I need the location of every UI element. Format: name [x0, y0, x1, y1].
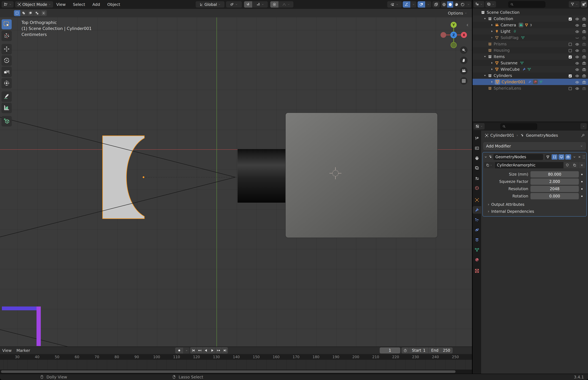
animate-decorator-dot[interactable] — [581, 195, 583, 197]
gizmo-axis-minus-y[interactable] — [451, 42, 456, 48]
hide-toggle[interactable] — [575, 80, 579, 84]
gizmo-dropdown[interactable] — [411, 1, 416, 8]
show-overlays-toggle[interactable] — [417, 1, 425, 8]
mode-dropdown[interactable]: Object Mode — [15, 1, 53, 8]
tab-object-data[interactable] — [473, 246, 481, 254]
transform-orientation-dropdown[interactable]: Global — [196, 1, 225, 8]
shading-material-button[interactable] — [453, 1, 459, 8]
jump-start-button[interactable] — [190, 347, 196, 354]
outliner-row-sphericallens[interactable]: SphericalLens — [473, 85, 588, 91]
disclosure-closed-icon[interactable] — [489, 23, 495, 27]
select-mode-extend[interactable] — [20, 10, 27, 16]
options-dropdown[interactable]: Options — [448, 10, 467, 16]
render-toggle[interactable] — [582, 17, 586, 21]
outliner-row-cylinders[interactable]: Cylinders — [473, 72, 588, 79]
outliner-row-suzanne[interactable]: Suzanne — [473, 60, 588, 66]
tool-measure[interactable] — [1, 103, 12, 113]
navigation-gizmo[interactable]: Y X Z — [439, 19, 468, 48]
show-gizmo-toggle[interactable] — [403, 1, 410, 8]
breadcrumb-object[interactable]: Cylinder001 — [490, 133, 514, 138]
modifier-name-field[interactable]: GeometryNodes — [493, 154, 543, 160]
modifier-oncage-toggle[interactable] — [545, 154, 551, 160]
hide-toggle[interactable] — [575, 23, 579, 27]
tab-render[interactable] — [473, 144, 481, 152]
proportional-editing-toggle[interactable] — [270, 1, 279, 8]
tab-particles[interactable] — [473, 216, 481, 224]
tab-constraints[interactable] — [473, 236, 481, 244]
disclosure-closed-icon[interactable] — [489, 30, 495, 33]
current-frame-field[interactable]: 1 — [380, 347, 400, 353]
outliner-row-wirecube[interactable]: WireCube — [473, 66, 588, 72]
prev-keyframe-button[interactable] — [196, 347, 203, 354]
checkbox-on[interactable] — [568, 17, 572, 21]
outliner-row-light[interactable]: Light — [473, 28, 588, 35]
checkbox-on[interactable] — [568, 73, 572, 78]
outliner-row-prisms[interactable]: Prisms — [473, 41, 588, 47]
render-toggle[interactable] — [582, 73, 586, 78]
hide-toggle[interactable] — [575, 48, 579, 53]
hide-toggle[interactable] — [575, 42, 579, 46]
disclosure-open-icon[interactable] — [482, 17, 488, 20]
render-toggle[interactable] — [582, 48, 586, 53]
outliner-row-cylinder001[interactable]: Cylinder001 — [473, 79, 588, 85]
outliner-row-scene-collection[interactable]: Scene Collection — [473, 9, 588, 16]
menu-add[interactable]: Add — [92, 2, 100, 7]
breadcrumb-modifier[interactable]: GeometryNodes — [526, 133, 558, 138]
render-toggle[interactable] — [582, 54, 586, 59]
tab-output[interactable] — [473, 154, 481, 162]
play-button[interactable] — [209, 347, 215, 354]
tab-texture[interactable] — [473, 267, 481, 275]
disclosure-closed-icon[interactable] — [489, 80, 495, 83]
outliner-row-camera[interactable]: Camera3 — [473, 22, 588, 28]
collapse-chevron-icon[interactable] — [484, 155, 488, 159]
tab-physics[interactable] — [473, 226, 481, 234]
start-frame-field[interactable]: Start 1 — [409, 347, 428, 353]
disclosure-closed-icon[interactable] — [489, 36, 495, 39]
tool-transform[interactable] — [1, 78, 12, 88]
animate-decorator-dot[interactable] — [581, 188, 583, 190]
timeline[interactable]: ViewMarker 1 Start 1 End 250 — [0, 346, 472, 374]
render-toggle[interactable] — [582, 86, 586, 91]
tab-view-layer[interactable] — [473, 164, 481, 172]
select-mode-intersect[interactable] — [40, 10, 47, 16]
add-modifier-button[interactable]: Add Modifier — [483, 142, 586, 150]
section-internal-dependencies[interactable]: Internal Dependencies — [484, 208, 585, 215]
duplicate-node-group-button[interactable] — [571, 162, 578, 168]
hide-toggle[interactable] — [575, 54, 579, 59]
proportional-falloff-dropdown[interactable] — [279, 1, 293, 8]
tool-scale[interactable] — [1, 67, 12, 77]
tab-material[interactable] — [473, 256, 481, 264]
play-reverse-button[interactable] — [203, 347, 209, 354]
editor-type-button[interactable] — [1, 1, 14, 8]
render-toggle[interactable] — [582, 80, 586, 84]
disclosure-closed-icon[interactable] — [489, 68, 495, 71]
outliner-filter-button[interactable] — [569, 1, 580, 7]
object-visibility-dropdown[interactable] — [387, 1, 402, 8]
select-mode-invert[interactable] — [34, 10, 40, 16]
modifier-extras-chevron-icon[interactable] — [573, 155, 576, 159]
timeline-menu-view[interactable]: View — [2, 347, 12, 354]
menu-view[interactable]: View — [56, 2, 66, 7]
tool-add-cube[interactable] — [1, 116, 12, 126]
shading-wireframe-button[interactable] — [441, 1, 447, 8]
animate-decorator-dot[interactable] — [581, 181, 583, 182]
hide-toggle[interactable] — [575, 35, 579, 40]
auto-keying-button[interactable] — [175, 347, 183, 353]
shading-dropdown[interactable] — [466, 1, 471, 8]
animate-decorator-dot[interactable] — [581, 174, 583, 175]
cylindrical-lens-object[interactable] — [103, 136, 144, 219]
menu-object[interactable]: Object — [107, 2, 120, 7]
tab-tool[interactable] — [473, 134, 481, 142]
auto-keying-dropdown[interactable] — [184, 347, 189, 353]
modifier-editmode-toggle[interactable] — [552, 154, 557, 160]
snap-target-dropdown[interactable] — [253, 1, 268, 8]
xray-toggle[interactable] — [433, 1, 440, 8]
outliner-editor-type-button[interactable] — [474, 1, 484, 7]
tool-cursor[interactable] — [1, 31, 12, 41]
hide-toggle[interactable] — [575, 86, 579, 91]
select-mode-set[interactable] — [14, 10, 20, 16]
outliner-row-collection[interactable]: Collection — [473, 16, 588, 22]
timeline-ruler[interactable]: 3040506070809010011012013014015016017018… — [0, 354, 472, 360]
tool-move[interactable] — [1, 44, 12, 54]
timeline-menu-marker[interactable]: Marker — [17, 347, 30, 354]
